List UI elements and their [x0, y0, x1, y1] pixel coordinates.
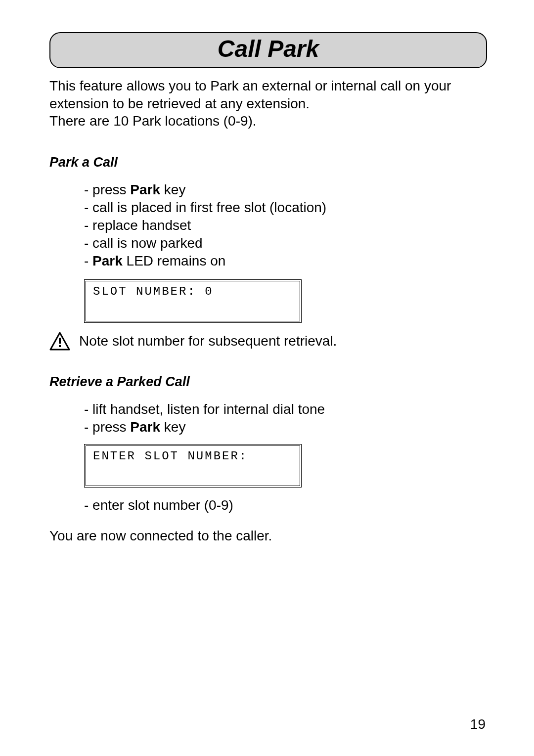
section-heading-park-a-call: Park a Call — [49, 155, 487, 170]
warning-note-text: Note slot number for subsequent retrieva… — [79, 333, 337, 349]
step-text: key — [160, 182, 185, 197]
page-title: Call Park — [218, 36, 319, 62]
svg-rect-2 — [59, 345, 61, 347]
closing-text: You are now connected to the caller. — [49, 528, 487, 544]
intro-line-2: There are 10 Park locations (0-9). — [49, 113, 257, 129]
step-row: - call is placed in first free slot (loc… — [84, 199, 487, 217]
lcd-display-enter-slot: ENTER SLOT NUMBER: — [84, 444, 302, 488]
step-bold: Park — [130, 419, 160, 435]
retrieve-call-steps: - lift handset, listen for internal dial… — [84, 400, 487, 436]
park-call-steps: - press Park key - call is placed in fir… — [84, 181, 487, 269]
step-bold: Park — [130, 182, 160, 197]
warning-note-row: Note slot number for subsequent retrieva… — [49, 332, 487, 351]
step-text: key — [160, 419, 185, 435]
intro-paragraph: This feature allows you to Park an exter… — [49, 77, 487, 130]
document-page: Call Park This feature allows you to Par… — [0, 0, 534, 574]
lcd-text: SLOT NUMBER: 0 — [93, 285, 214, 298]
step-row: - press Park key — [84, 181, 487, 199]
step-row: - replace handset — [84, 217, 487, 234]
section-heading-retrieve-call: Retrieve a Parked Call — [49, 374, 487, 390]
svg-rect-1 — [59, 338, 61, 344]
step-row: - call is now parked — [84, 234, 487, 252]
step-row: - Park LED remains on — [84, 252, 487, 270]
step-row: - press Park key — [84, 418, 487, 436]
intro-line-1: This feature allows you to Park an exter… — [49, 78, 451, 111]
step-text: - — [84, 253, 92, 268]
step-text: - press — [84, 182, 130, 197]
warning-icon — [49, 332, 70, 351]
step-text: LED remains on — [123, 253, 226, 268]
title-banner: Call Park — [49, 32, 487, 68]
page-number: 19 — [470, 716, 486, 732]
step-bold: Park — [92, 253, 123, 268]
step-row: - lift handset, listen for internal dial… — [84, 400, 487, 418]
step-text: - press — [84, 419, 130, 435]
lcd-display-slot-number: SLOT NUMBER: 0 — [84, 279, 302, 323]
after-lcd-step: - enter slot number (0-9) — [84, 496, 487, 514]
lcd-text: ENTER SLOT NUMBER: — [93, 450, 248, 463]
